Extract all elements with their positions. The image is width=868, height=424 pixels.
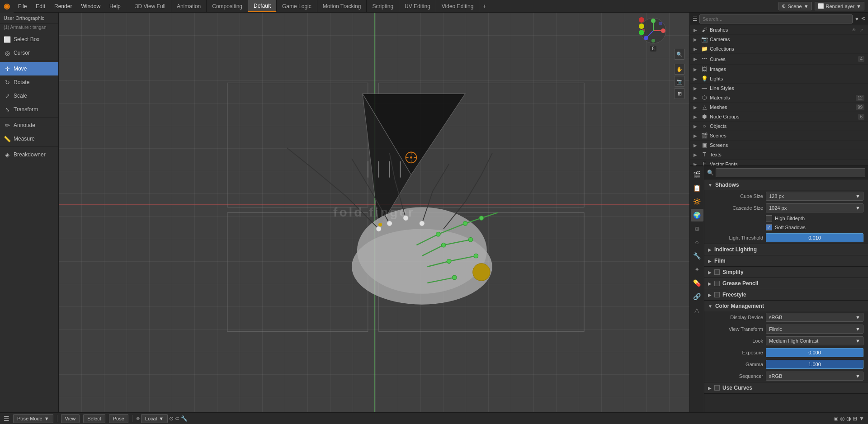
viewport-gizmos-icon[interactable]: ▼ [859,415,864,422]
usecurves-header[interactable]: ▶ Use Curves [704,382,868,393]
cascade-size-value[interactable]: 1024 px ▼ [766,203,863,212]
viewport-overlay-icon[interactable]: ⊞ [853,415,857,422]
gamma-value[interactable]: 1.000 [766,360,863,369]
tool-transform[interactable]: ⤡ Transform [0,103,58,116]
tool-measure[interactable]: 📏 Measure [0,132,58,146]
scene-selector[interactable]: ⊕ Scene ▼ [778,2,811,10]
mode-selector[interactable]: Pose Mode ▼ [13,414,53,423]
shadows-header[interactable]: ▼ Shadows [704,179,868,190]
viewport-shading-material[interactable]: ◎ [840,415,844,422]
tool-move[interactable]: ✛ Move [0,62,58,75]
props-icon-render[interactable]: 🎬 [691,168,703,181]
simplify-header[interactable]: ▶ Simplify [704,267,868,278]
outliner-item-nodegroups[interactable]: ▶ ⬢ Node Groups 6 [690,112,868,122]
proportional-icon[interactable]: ⊙ [169,415,174,422]
outliner-item-materials[interactable]: ▶ ⬡ Materials 12 [690,93,868,103]
viewtransform-value[interactable]: Filmic ▼ [766,325,863,334]
outliner-item-meshes[interactable]: ▶ △ Meshes 99 [690,103,868,112]
props-icon-data[interactable]: △ [691,304,703,316]
camera-btn[interactable]: 📷 [674,76,685,87]
props-icon-world[interactable]: ⊕ [691,222,703,235]
props-icon-physics[interactable]: 💊 [691,277,703,289]
tab-motiontracking[interactable]: Motion Tracking [317,0,367,12]
pan-btn[interactable]: ✋ [674,64,685,75]
cube-size-value[interactable]: 128 px ▼ [766,192,863,201]
tab-default[interactable]: Default [248,0,277,12]
film-header[interactable]: ▶ Film [704,255,868,266]
greasepencil-header[interactable]: ▶ Grease Pencil [704,278,868,289]
colormanagement-header[interactable]: ▼ Color Management [704,301,868,311]
simplify-enable-checkbox[interactable] [714,269,720,275]
props-icon-output[interactable]: 📋 [691,182,703,194]
tab-add[interactable]: + [479,0,490,12]
tool-breakdowner[interactable]: ◈ Breakdowner [0,148,58,161]
tab-scripting[interactable]: Scripting [367,0,399,12]
outliner-item-linestyles[interactable]: ▶ — Line Styles [690,84,868,93]
outliner-sync-icon[interactable]: ⟲ [861,16,865,22]
props-icon-object[interactable]: ○ [691,236,703,249]
usecurves-enable-checkbox[interactable] [714,385,720,391]
freestyle-enable-checkbox[interactable] [714,292,720,297]
viewport[interactable]: fold finger 8 [59,13,689,412]
tab-compositing[interactable]: Compositing [207,0,248,12]
outliner-item-cameras[interactable]: ▶ 📷 Cameras [690,35,868,44]
props-icon-view[interactable]: 🔆 [691,195,703,208]
outliner-item-lights[interactable]: ▶ 💡 Lights [690,74,868,84]
menu-file[interactable]: File [14,0,31,12]
outliner-item-vectorfonts[interactable]: ▶ F Vector Fonts [690,160,868,165]
outliner-item-objects[interactable]: ▶ ○ Objects [690,122,868,131]
tool-select-box[interactable]: ⬜ Select Box [0,33,58,46]
viewport-shading-solid[interactable]: ◉ [834,415,838,422]
props-icon-modifiers[interactable]: 🔧 [691,250,703,262]
outliner-search[interactable] [699,14,853,24]
proportional-falloff-icon[interactable]: ⊂ [175,415,179,422]
menu-render[interactable]: Render [50,0,76,12]
menu-edit[interactable]: Edit [31,0,50,12]
grid-btn[interactable]: ⊞ [674,88,685,99]
tool-scale[interactable]: ⤢ Scale [0,89,58,103]
tool-rotate[interactable]: ↻ Rotate [0,75,58,89]
snap-toggle-icon[interactable]: 🔧 [181,415,188,422]
displaydevice-value[interactable]: sRGB ▼ [766,313,863,322]
bottom-menu-icon[interactable]: ☰ [4,415,9,422]
outliner-item-collections[interactable]: ▶ 📁 Collections [690,44,868,54]
menu-window[interactable]: Window [76,0,105,12]
viewport-shading-rendered[interactable]: ◑ [846,415,851,422]
outliner-item-images[interactable]: ▶ 🖼 Images [690,65,868,74]
zoom-in-btn[interactable]: 🔍 [674,49,685,60]
tab-animation[interactable]: Animation [171,0,207,12]
lightthreshold-value[interactable]: 0.010 [766,233,863,242]
tab-gamelogic[interactable]: Game Logic [277,0,317,12]
sequencer-dropdown: ▼ [855,373,860,379]
transform-orientation[interactable]: Local ▼ [141,414,168,423]
outliner-item-curves[interactable]: ▶ 〜 Curves 4 [690,54,868,65]
outliner-item-texts[interactable]: ▶ T Texts [690,150,868,160]
outliner-item-scenes[interactable]: ▶ 🎬 Scenes [690,131,868,141]
exposure-value[interactable]: 0.000 [766,348,863,357]
freestyle-header[interactable]: ▶ Freestyle [704,289,868,300]
greasepencil-enable-checkbox[interactable] [714,281,720,286]
exposure-text: 0.000 [808,350,821,355]
outliner-filter-icon[interactable]: ▼ [854,16,859,22]
tool-cursor[interactable]: ◎ Cursor [0,46,58,60]
menu-help[interactable]: Help [105,0,125,12]
tab-videoediting[interactable]: Video Editing [436,0,480,12]
pose-button[interactable]: Pose [109,414,128,423]
look-value[interactable]: Medium High Contrast ▼ [766,336,863,345]
props-icon-particles[interactable]: ✦ [691,263,703,276]
view-button[interactable]: View [61,414,80,423]
tab-3dviewfull[interactable]: 3D View Full [130,0,171,12]
select-button[interactable]: Select [83,414,105,423]
renderlayer-selector[interactable]: ⬜ RenderLayer ▼ [815,2,864,10]
indirectlighting-header[interactable]: ▶ Indirect Lighting [704,244,868,255]
sequencer-value[interactable]: sRGB ▼ [766,372,863,381]
highbitdepth-checkbox[interactable] [766,215,772,221]
outliner-item-brushes[interactable]: ▶ 🖌 Brushes 👁 ↗ [690,25,868,35]
props-icon-constraints[interactable]: 🔗 [691,290,703,303]
tab-uvediting[interactable]: UV Editing [399,0,436,12]
softshadows-checkbox[interactable]: ✓ [766,224,772,231]
tool-annotate[interactable]: ✏ Annotate [0,118,58,132]
props-icon-scene[interactable]: 🌍 [691,209,703,221]
props-search-input[interactable] [716,168,865,177]
outliner-item-screens[interactable]: ▶ ▣ Screens [690,141,868,150]
